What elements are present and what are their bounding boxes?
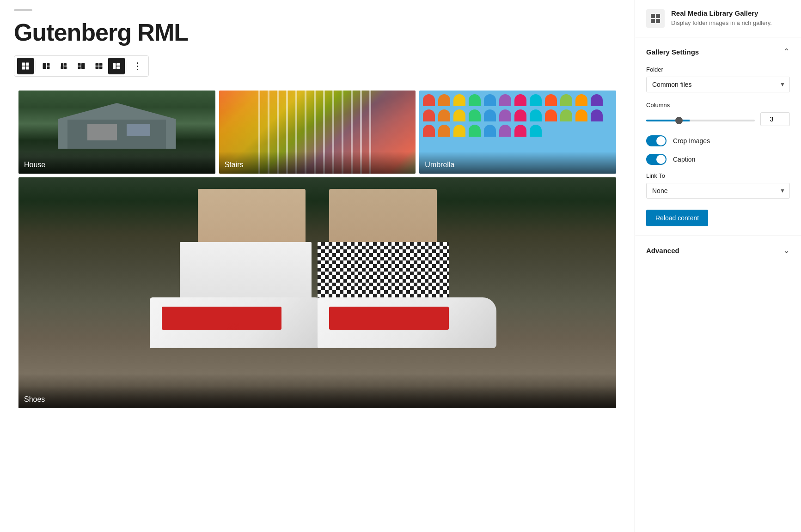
caption-label: Caption	[673, 156, 695, 163]
advanced-section-header[interactable]: Advanced ⌄	[646, 245, 790, 255]
svg-rect-4	[43, 63, 47, 69]
svg-rect-19	[116, 63, 120, 66]
gallery-item-umbrella[interactable]: Umbrella	[419, 91, 616, 174]
plugin-info: Real Media Library Gallery Display folde…	[671, 9, 772, 27]
gallery-settings-title: Gallery Settings	[646, 48, 699, 56]
link-to-select[interactable]: None Media File Attachment Page	[646, 183, 790, 199]
block-toolbar: ⋮	[14, 55, 149, 77]
reload-content-button[interactable]: Reload content	[646, 210, 708, 226]
svg-rect-8	[64, 63, 67, 66]
gallery-settings-section: Gallery Settings ⌃ Folder Common files A…	[635, 37, 801, 236]
folder-label: Folder	[646, 66, 790, 73]
gallery-caption-umbrella: Umbrella	[419, 151, 616, 174]
align-center-btn[interactable]	[55, 58, 72, 74]
gallery-top-row: House Stairs Umbrella	[18, 91, 616, 174]
drag-handle[interactable]	[14, 9, 32, 11]
folder-field-group: Folder Common files All files Recent fil…	[646, 66, 790, 92]
svg-rect-11	[78, 63, 81, 66]
folder-select[interactable]: Common files All files Recent files	[646, 77, 790, 92]
collapse-gallery-icon: ⌃	[783, 47, 790, 57]
plugin-header: Real Media Library Gallery Display folde…	[635, 0, 801, 37]
link-to-label: Link To	[646, 172, 790, 179]
gallery-item-shoes[interactable]: 23 Shoes	[18, 177, 616, 408]
svg-rect-15	[99, 63, 103, 66]
link-to-select-wrapper: None Media File Attachment Page ▼	[646, 183, 790, 199]
align-full-btn[interactable]	[91, 58, 107, 74]
expand-advanced-icon: ⌄	[783, 245, 790, 255]
more-options-btn[interactable]: ⋮	[129, 58, 146, 74]
svg-rect-3	[26, 66, 29, 70]
crop-images-label: Crop Images	[673, 137, 710, 145]
svg-rect-0	[22, 63, 25, 66]
caption-row: Caption	[646, 154, 790, 165]
svg-rect-16	[96, 66, 99, 69]
crop-images-toggle[interactable]	[646, 135, 666, 146]
columns-number-input[interactable]	[760, 112, 790, 126]
gallery-caption-house: House	[18, 151, 215, 174]
svg-rect-1	[26, 63, 29, 66]
svg-rect-14	[96, 63, 99, 66]
gallery-caption-stairs: Stairs	[219, 151, 416, 174]
svg-rect-12	[81, 63, 85, 69]
align-wide-btn[interactable]	[73, 58, 90, 74]
svg-rect-13	[78, 66, 81, 69]
svg-rect-20	[116, 66, 120, 69]
svg-rect-23	[651, 19, 655, 23]
gallery-caption-shoes: Shoes	[18, 386, 616, 408]
gallery-item-house[interactable]: House	[18, 91, 215, 174]
advanced-title: Advanced	[646, 247, 679, 254]
page-title: Gutenberg RML	[14, 18, 621, 46]
link-to-field-group: Link To None Media File Attachment Page …	[646, 172, 790, 199]
columns-field-group: Columns	[646, 102, 790, 126]
plugin-icon	[646, 9, 665, 28]
main-editor: Gutenberg RML	[0, 0, 635, 532]
columns-slider[interactable]	[646, 120, 755, 121]
plugin-description: Display folder images in a rich gallery.	[671, 19, 772, 27]
svg-rect-21	[651, 14, 655, 18]
crop-images-row: Crop Images	[646, 135, 790, 146]
columns-row	[646, 112, 790, 126]
svg-rect-10	[64, 66, 67, 69]
columns-label: Columns	[646, 102, 790, 109]
svg-rect-5	[47, 63, 50, 66]
plugin-name: Real Media Library Gallery	[671, 9, 772, 17]
svg-rect-22	[656, 14, 660, 18]
toolbar-separator-2	[127, 60, 127, 72]
align-right-btn[interactable]	[108, 58, 125, 74]
svg-rect-2	[22, 66, 25, 70]
caption-toggle[interactable]	[646, 154, 666, 165]
svg-rect-24	[656, 19, 660, 23]
gallery-icon-btn[interactable]	[17, 58, 34, 74]
svg-rect-6	[47, 66, 50, 69]
svg-rect-17	[99, 66, 103, 69]
align-left-btn[interactable]	[38, 58, 55, 74]
gallery-settings-header[interactable]: Gallery Settings ⌃	[646, 47, 790, 57]
gallery-container: House Stairs Umbrella	[14, 86, 621, 413]
right-sidebar: Real Media Library Gallery Display folde…	[635, 0, 801, 532]
folder-select-wrapper: Common files All files Recent files ▼	[646, 77, 790, 92]
toolbar-separator-1	[36, 60, 36, 72]
slider-wrapper	[646, 115, 755, 123]
gallery-item-stairs[interactable]: Stairs	[219, 91, 416, 174]
advanced-section: Advanced ⌄	[635, 236, 801, 265]
svg-rect-18	[113, 63, 116, 69]
